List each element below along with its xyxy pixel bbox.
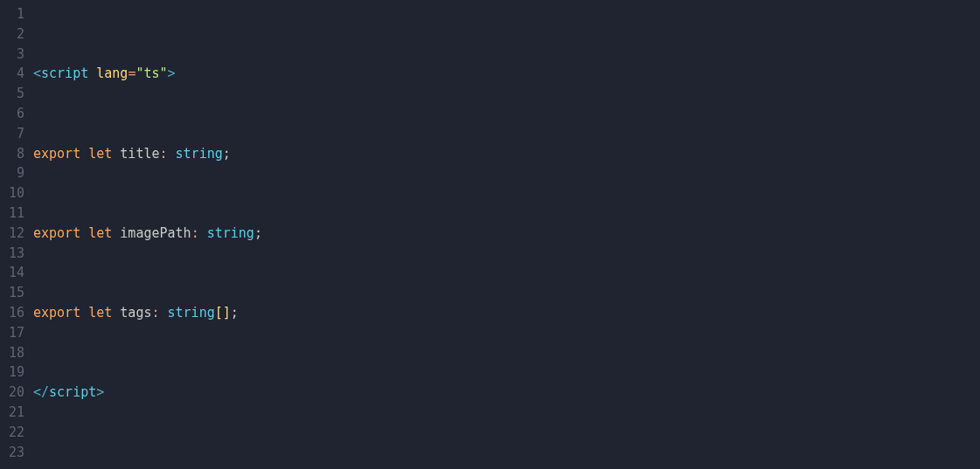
token: let [88,303,112,323]
line-number: 18 [0,343,24,363]
code-line[interactable]: export let imagePath: string; [33,224,980,244]
line-number: 20 [0,383,24,403]
line-number: 11 [0,203,24,224]
token: "ts" [136,64,167,84]
line-number: 5 [0,84,24,104]
code-line[interactable]: </script> [33,383,980,403]
token: export [33,144,80,164]
token: imagePath [120,224,191,244]
line-number: 22 [0,423,24,443]
line-number: 13 [0,244,24,264]
line-number: 2 [0,24,24,45]
token: </ [33,383,49,403]
code-area[interactable]: <script lang="ts"> export let title: str… [33,0,980,469]
line-number-gutter: 1 2 3 4 5 6 7 8 9 10 11 12 13 14 15 16 1… [0,0,33,469]
token: : [191,224,207,244]
token: > [168,64,176,84]
token [80,144,88,164]
line-number: 15 [0,283,24,303]
line-number: 19 [0,362,24,383]
token: : [160,144,176,164]
line-number: 21 [0,403,24,423]
code-line[interactable] [33,462,980,469]
token: = [128,64,136,84]
token [112,144,120,164]
token: script [41,64,88,84]
token: > [96,383,104,403]
line-number: 6 [0,104,24,124]
line-number: 10 [0,183,24,203]
line-number: 4 [0,64,24,84]
token: ; [231,303,239,323]
token: script [49,383,96,403]
token: export [33,303,80,323]
token: < [33,64,41,84]
line-number: 9 [0,163,24,183]
token: title [120,144,159,164]
line-number: 23 [0,443,24,463]
code-editor: 1 2 3 4 5 6 7 8 9 10 11 12 13 14 15 16 1… [0,0,980,469]
line-number: 16 [0,303,24,323]
token [80,224,88,244]
token [112,224,120,244]
line-number: 14 [0,263,24,283]
code-line[interactable]: export let tags: string[]; [33,303,980,323]
token: ; [223,144,231,164]
line-number: 7 [0,124,24,144]
line-number: 8 [0,144,24,164]
token: string [207,224,254,244]
token: tags [120,303,151,323]
token [80,303,88,323]
token: string [176,144,223,164]
line-number: 3 [0,45,24,65]
token: : [151,303,167,323]
line-number: 1 [0,4,24,24]
token [88,64,96,84]
token [112,303,120,323]
token: let [88,224,112,244]
token: string [168,303,215,323]
token: [] [215,303,231,323]
token: lang [96,64,128,84]
code-line[interactable]: <script lang="ts"> [33,64,980,84]
token: let [88,144,112,164]
code-line[interactable]: export let title: string; [33,144,980,164]
line-number: 17 [0,323,24,343]
line-number: 12 [0,224,24,244]
token: ; [254,224,262,244]
token: export [33,224,80,244]
